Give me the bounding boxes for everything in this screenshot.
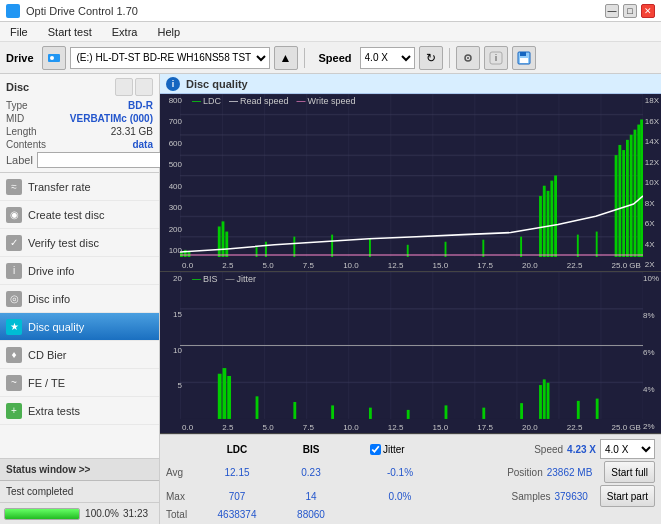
nav-label-cd-bier: CD Bier xyxy=(28,349,67,361)
max-ldc: 707 xyxy=(202,491,272,502)
sidebar: Disc Type BD-R MID VERBATIMc (000) Lengt… xyxy=(0,74,160,524)
disc-quality-header-icon: i xyxy=(166,77,180,91)
speed-stat-select[interactable]: 4.0 X xyxy=(600,439,655,459)
toolbar: Drive (E:) HL-DT-ST BD-RE WH16NS58 TST4 … xyxy=(0,42,661,74)
svg-rect-21 xyxy=(218,226,221,257)
nav-item-drive-info[interactable]: i Drive info xyxy=(0,257,159,285)
svg-rect-42 xyxy=(622,150,625,257)
main-area: Disc Type BD-R MID VERBATIMc (000) Lengt… xyxy=(0,74,661,524)
nav-item-disc-info[interactable]: ◎ Disc info xyxy=(0,285,159,313)
max-jitter: 0.0% xyxy=(370,491,430,502)
svg-rect-59 xyxy=(369,408,372,419)
extra-tests-icon: + xyxy=(6,403,22,419)
disc-length-row: Length 23.31 GB xyxy=(6,126,153,137)
svg-rect-33 xyxy=(539,196,542,257)
nav-item-verify-test-disc[interactable]: ✓ Verify test disc xyxy=(0,229,159,257)
position-label: Position xyxy=(507,467,543,478)
svg-point-3 xyxy=(467,57,469,59)
total-label: Total xyxy=(166,509,198,520)
status-window-button[interactable]: Status window >> xyxy=(0,458,159,480)
charts-area: 800 700 600 500 400 300 200 100 — LDC xyxy=(160,94,661,434)
create-test-disc-icon: ◉ xyxy=(6,207,22,223)
app-title: Opti Drive Control 1.70 xyxy=(26,5,138,17)
nav-label-disc-quality: Disc quality xyxy=(28,321,84,333)
speed-label: Speed xyxy=(319,52,352,64)
menu-extra[interactable]: Extra xyxy=(108,26,142,38)
legend-write-speed: — Write speed xyxy=(297,96,356,106)
nav-item-transfer-rate[interactable]: ≈ Transfer rate xyxy=(0,173,159,201)
nav-item-fe-te[interactable]: ~ FE / TE xyxy=(0,369,159,397)
disc-quality-icon: ★ xyxy=(6,319,22,335)
menu-file[interactable]: File xyxy=(6,26,32,38)
svg-rect-23 xyxy=(225,232,228,257)
disc-contents-value: data xyxy=(132,139,153,150)
drive-icon-btn[interactable] xyxy=(42,46,66,70)
svg-rect-41 xyxy=(618,145,621,257)
minimize-button[interactable]: — xyxy=(605,4,619,18)
menu-help[interactable]: Help xyxy=(153,26,184,38)
chart2-y-right: 10% 8% 6% 4% 2% xyxy=(643,272,659,433)
bis-header: BIS xyxy=(276,444,346,455)
nav-item-disc-quality[interactable]: ★ Disc quality xyxy=(0,313,159,341)
settings-btn[interactable] xyxy=(456,46,480,70)
svg-rect-28 xyxy=(369,239,371,257)
nav-label-drive-info: Drive info xyxy=(28,265,74,277)
start-full-button[interactable]: Start full xyxy=(604,461,655,483)
chart2-y-left: 20 15 10 5 xyxy=(162,272,182,419)
chart1-x-axis: 0.02.55.07.5 10.012.515.017.5 20.022.525… xyxy=(182,261,641,270)
svg-rect-26 xyxy=(293,237,295,257)
save-btn[interactable] xyxy=(512,46,536,70)
svg-rect-36 xyxy=(550,181,553,257)
title-bar-controls: — □ ✕ xyxy=(605,4,655,18)
maximize-button[interactable]: □ xyxy=(623,4,637,18)
svg-text:i: i xyxy=(495,53,497,63)
nav-item-create-test-disc[interactable]: ◉ Create test disc xyxy=(0,201,159,229)
legend-bis: — BIS xyxy=(192,274,218,284)
close-button[interactable]: ✕ xyxy=(641,4,655,18)
disc-btn-2[interactable] xyxy=(135,78,153,96)
nav-item-extra-tests[interactable]: + Extra tests xyxy=(0,397,159,425)
start-part-button[interactable]: Start part xyxy=(600,485,655,507)
disc-info-icon: ◎ xyxy=(6,291,22,307)
menu-start-test[interactable]: Start test xyxy=(44,26,96,38)
drive-label: Drive xyxy=(6,52,34,64)
svg-rect-44 xyxy=(630,135,633,257)
svg-rect-63 xyxy=(520,403,523,419)
nav-label-create-test-disc: Create test disc xyxy=(28,209,104,221)
svg-rect-65 xyxy=(543,379,546,419)
avg-bis: 0.23 xyxy=(276,467,346,478)
svg-rect-64 xyxy=(539,385,542,419)
ldc-header: LDC xyxy=(202,444,272,455)
speed-stat-value: 4.23 X xyxy=(567,444,596,455)
jitter-checkbox[interactable] xyxy=(370,444,381,455)
svg-rect-1 xyxy=(50,56,54,60)
verify-test-disc-icon: ✓ xyxy=(6,235,22,251)
svg-rect-32 xyxy=(520,237,522,257)
svg-rect-61 xyxy=(445,405,448,419)
svg-rect-34 xyxy=(543,186,546,257)
svg-rect-39 xyxy=(596,232,598,257)
disc-label-input[interactable] xyxy=(37,152,170,168)
nav-item-cd-bier[interactable]: ♦ CD Bier xyxy=(0,341,159,369)
disc-label-row: Label xyxy=(6,152,153,168)
drive-select[interactable]: (E:) HL-DT-ST BD-RE WH16NS58 TST4 xyxy=(70,47,270,69)
total-bis: 88060 xyxy=(276,509,346,520)
disc-type-value: BD-R xyxy=(128,100,153,111)
eject-button[interactable]: ▲ xyxy=(274,46,298,70)
legend-read-speed: — Read speed xyxy=(229,96,289,106)
speed-refresh-btn[interactable]: ↻ xyxy=(419,46,443,70)
menu-bar: File Start test Extra Help xyxy=(0,22,661,42)
max-bis: 14 xyxy=(276,491,346,502)
avg-jitter: -0.1% xyxy=(370,467,430,478)
info-btn[interactable]: i xyxy=(484,46,508,70)
speed-stat-label: Speed xyxy=(534,444,563,455)
status-text: Test completed xyxy=(6,486,153,497)
disc-quality-title: Disc quality xyxy=(186,78,248,90)
nav-menu: ≈ Transfer rate ◉ Create test disc ✓ Ver… xyxy=(0,173,159,458)
svg-rect-60 xyxy=(407,410,410,419)
title-bar-left: Opti Drive Control 1.70 xyxy=(6,4,138,18)
disc-length-value: 23.31 GB xyxy=(111,126,153,137)
nav-label-transfer-rate: Transfer rate xyxy=(28,181,91,193)
disc-btn-1[interactable] xyxy=(115,78,133,96)
speed-select[interactable]: 4.0 X xyxy=(360,47,415,69)
